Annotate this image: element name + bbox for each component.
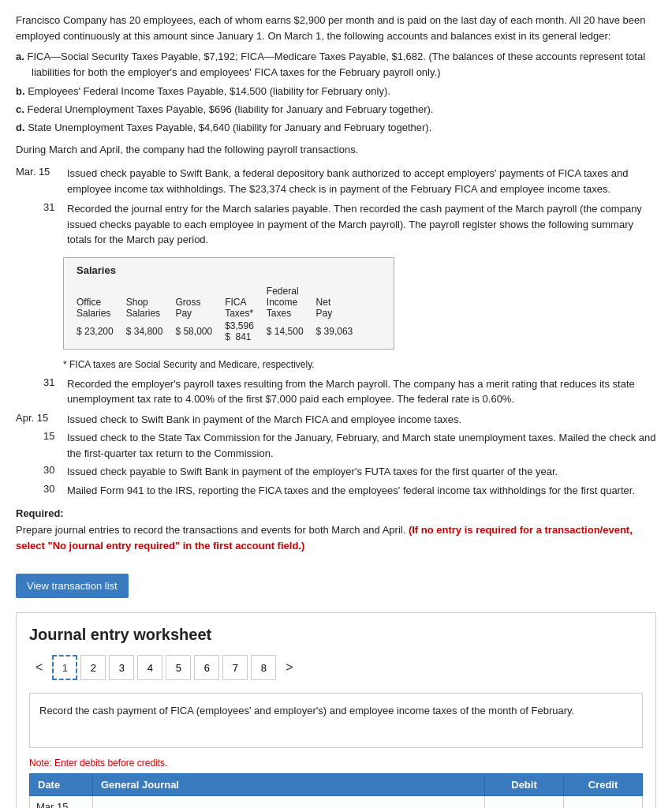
col-gross-label: GrossPay bbox=[175, 284, 225, 319]
worksheet-title: Journal entry worksheet bbox=[29, 626, 643, 644]
view-transaction-list-button[interactable]: View transaction list bbox=[16, 574, 129, 598]
row-journal[interactable] bbox=[93, 796, 485, 808]
trans-text-mar15: Issued check payable to Swift Bank, a fe… bbox=[67, 166, 656, 196]
trans-month: Mar. 15 bbox=[16, 166, 67, 196]
col-net-label: NetPay bbox=[316, 284, 353, 319]
col-office-val: $ 23,200 bbox=[77, 319, 126, 342]
page-1-button[interactable]: 1 bbox=[52, 655, 77, 680]
trans-day-apr30a: 30 bbox=[16, 464, 67, 480]
during-text: During March and April, the company had … bbox=[16, 142, 656, 158]
account-b: b. Employees' Federal Income Taxes Payab… bbox=[16, 84, 656, 99]
col-gross-val: $ 58,000 bbox=[175, 319, 225, 342]
header-credit: Credit bbox=[564, 774, 643, 796]
col-office-label: OfficeSalaries bbox=[77, 284, 126, 319]
accounts-list: a. FICA—Social Security Taxes Payable, $… bbox=[16, 49, 656, 136]
transaction-apr-15b: 15 Issued check to the State Tax Commiss… bbox=[16, 430, 656, 461]
transaction-apr-30a: 30 Issued check payable to Swift Bank in… bbox=[16, 464, 656, 480]
account-c: c. Federal Unemployment Taxes Payable, $… bbox=[16, 102, 656, 118]
page-6-button[interactable]: 6 bbox=[194, 655, 219, 680]
pagination: < 1 2 3 4 5 6 7 8 > bbox=[29, 655, 643, 680]
page-5-button[interactable]: 5 bbox=[166, 655, 191, 680]
page-prev-button[interactable]: < bbox=[29, 657, 49, 678]
fica-footnote: * FICA taxes are Social Security and Med… bbox=[63, 359, 656, 370]
trans-text-apr30b: Mailed Form 941 to the IRS, reporting th… bbox=[67, 483, 656, 499]
trans-month-apr: Apr. 15 bbox=[16, 412, 67, 428]
trans-text-apr30a: Issued check payable to Swift Bank in pa… bbox=[67, 464, 656, 480]
trans-text-mar31: Recorded the journal entry for the March… bbox=[67, 201, 656, 248]
salary-table: Salaries OfficeSalaries ShopSalaries Gro… bbox=[63, 257, 394, 350]
page-2-button[interactable]: 2 bbox=[80, 655, 106, 680]
account-d: d. State Unemployment Taxes Payable, $4,… bbox=[16, 120, 656, 136]
required-section: Required: Prepare journal entries to rec… bbox=[16, 507, 656, 553]
transaction-mar-31: 31 Recorded the journal entry for the Ma… bbox=[16, 201, 656, 248]
salary-data-table: OfficeSalaries ShopSalaries GrossPay FIC… bbox=[77, 284, 353, 342]
header-date: Date bbox=[30, 774, 93, 796]
page-7-button[interactable]: 7 bbox=[222, 655, 248, 680]
col-shop-val: $ 34,800 bbox=[126, 319, 176, 342]
col-fica-val: $3,596$ 841 bbox=[225, 319, 267, 342]
note-text: Note: Enter debits before credits. bbox=[29, 758, 643, 769]
instruction-box: Record the cash payment of FICA (employe… bbox=[29, 693, 643, 748]
col-federal-val: $ 14,500 bbox=[267, 319, 316, 342]
transaction-apr-15a: Apr. 15 Issued check to Swift Bank in pa… bbox=[16, 412, 656, 428]
salary-table-wrapper: Salaries OfficeSalaries ShopSalaries Gro… bbox=[63, 257, 656, 350]
trans-text-apr15a: Issued check to Swift Bank in payment of… bbox=[67, 412, 656, 428]
required-text: Prepare journal entries to record the tr… bbox=[16, 522, 656, 553]
transaction-mar-15: Mar. 15 Issued check payable to Swift Ba… bbox=[16, 166, 656, 196]
page-next-button[interactable]: > bbox=[279, 657, 299, 678]
row-debit[interactable] bbox=[485, 796, 564, 808]
row-date: Mar 15 bbox=[30, 796, 93, 808]
problem-intro: Francisco Company has 20 employees, each… bbox=[16, 13, 656, 158]
header-journal: General Journal bbox=[93, 774, 485, 796]
journal-table: Date General Journal Debit Credit Mar 15 bbox=[29, 773, 643, 808]
trans-day-apr15b: 15 bbox=[16, 430, 67, 461]
required-label: Required: bbox=[16, 507, 64, 519]
page-4-button[interactable]: 4 bbox=[137, 655, 162, 680]
account-a: a. FICA—Social Security Taxes Payable, $… bbox=[16, 49, 656, 80]
journal-input[interactable] bbox=[99, 801, 478, 808]
worksheet-container: Journal entry worksheet < 1 2 3 4 5 6 7 … bbox=[16, 612, 656, 808]
credit-input[interactable] bbox=[570, 801, 636, 808]
row-credit[interactable] bbox=[564, 796, 643, 808]
transactions-section: Mar. 15 Issued check payable to Swift Ba… bbox=[16, 166, 656, 498]
table-row: Mar 15 bbox=[30, 796, 643, 808]
col-fica-label: FICATaxes* bbox=[225, 284, 267, 319]
trans-text-mar31b: Recorded the employer's payroll taxes re… bbox=[67, 376, 656, 407]
transaction-apr-30b: 30 Mailed Form 941 to the IRS, reporting… bbox=[16, 483, 656, 499]
col-net-val: $ 39,063 bbox=[316, 319, 353, 342]
col-shop-label: ShopSalaries bbox=[126, 284, 176, 319]
instruction-text: Record the cash payment of FICA (employe… bbox=[39, 705, 574, 716]
salary-table-header: Salaries bbox=[77, 264, 381, 279]
trans-text-apr15b: Issued check to the State Tax Commission… bbox=[67, 430, 656, 461]
header-debit: Debit bbox=[485, 774, 564, 796]
transaction-mar-31b: 31 Recorded the employer's payroll taxes… bbox=[16, 376, 656, 407]
col-federal-label: FederalIncomeTaxes bbox=[267, 284, 316, 319]
page-8-button[interactable]: 8 bbox=[251, 655, 276, 680]
page-3-button[interactable]: 3 bbox=[109, 655, 134, 680]
trans-day-31b: 31 bbox=[16, 376, 67, 407]
trans-day-apr30b: 30 bbox=[16, 483, 67, 499]
debit-input[interactable] bbox=[491, 801, 557, 808]
trans-month-31: 31 bbox=[16, 201, 67, 248]
